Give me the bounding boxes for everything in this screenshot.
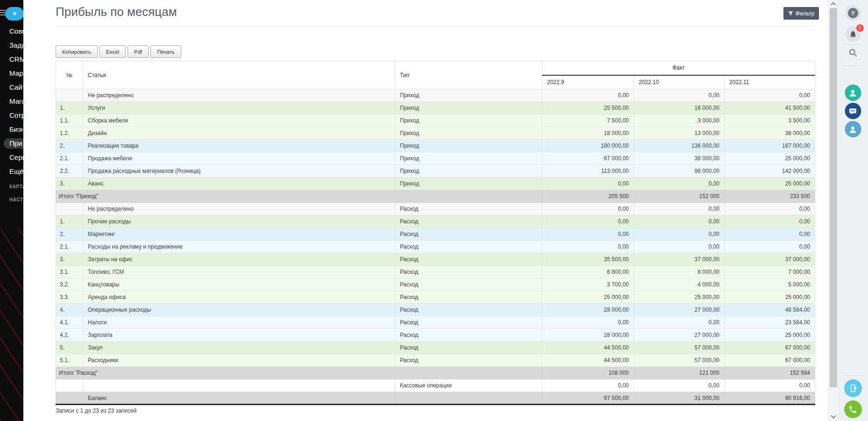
cell-value-month-0: 0,00 xyxy=(542,89,634,102)
total-label: Итого "Расход" xyxy=(56,367,542,379)
right-icon-panel: ? 1 xyxy=(838,0,868,421)
cell-value-month-0: 0,00 xyxy=(542,379,634,392)
sidebar-item-8[interactable]: При xyxy=(4,138,23,149)
table-row: 3.1.Топливо, ГСМРасход6 800,008 000,007 … xyxy=(56,266,815,278)
col-header-type[interactable]: Тип xyxy=(395,61,542,89)
cell-num xyxy=(56,392,83,405)
sidebar-item-10[interactable]: Ещё xyxy=(0,166,23,177)
cell-value-month-2: 152 584 xyxy=(725,367,815,379)
table-row: 4.Операционные расходыРасход28 000,0027 … xyxy=(56,304,815,316)
cell-value-month-0: 28 000,00 xyxy=(542,329,634,342)
help-button[interactable]: ? xyxy=(845,5,861,21)
main-content: Прибыль по месяцам Фильтр КопироватьExce… xyxy=(23,0,828,421)
user-avatar-blue[interactable] xyxy=(845,121,861,137)
cell-value-month-1: 8 000,00 xyxy=(634,266,725,278)
mobile-icon xyxy=(849,384,857,392)
sidebar-section-label-0[interactable]: КАРТА xyxy=(0,183,23,191)
export-button-pdf[interactable]: Pdf xyxy=(128,45,149,58)
cell-num xyxy=(56,379,83,392)
cell-article: Баланс xyxy=(83,392,395,405)
cell-value-month-0: 6 800,00 xyxy=(542,266,634,278)
cell-article: Аренда офиса xyxy=(83,291,395,304)
scroll-down-icon[interactable] xyxy=(831,413,836,418)
export-button-excel[interactable]: Excel xyxy=(100,45,126,58)
sidebar-item-1[interactable]: Зада xyxy=(0,40,23,50)
col-header-month-1[interactable]: 2022.10 xyxy=(634,75,725,89)
col-header-month-2[interactable]: 2022.11 xyxy=(725,75,815,89)
cell-value-month-0: 113 000,00 xyxy=(542,165,634,178)
sidebar-item-0[interactable]: Совм xyxy=(0,26,23,36)
cell-type: Расход xyxy=(395,354,542,367)
table-row: 1.Прочие расходыРасход0,000,000,00 xyxy=(56,215,815,228)
export-button-печать[interactable]: Печать xyxy=(150,45,181,58)
cell-value-month-1: 38 000,00 xyxy=(634,152,725,165)
sidebar-section-label-1[interactable]: НАСТР xyxy=(0,196,23,204)
col-header-article[interactable]: Статья xyxy=(83,61,395,89)
cell-value-month-2: 67 000,00 xyxy=(725,342,815,354)
cell-value-month-2: 0,00 xyxy=(725,89,815,102)
menu-close-button[interactable]: × xyxy=(5,7,23,21)
mobile-app-button[interactable] xyxy=(844,379,862,397)
cell-value-month-0: 7 500,00 xyxy=(542,114,634,127)
cell-article: Канцтовары xyxy=(83,278,395,291)
page-title: Прибыль по месяцам xyxy=(56,5,177,19)
cell-num: 4.1. xyxy=(56,316,83,329)
cell-num: 1. xyxy=(56,102,83,114)
cell-article: Продажа мебели xyxy=(83,152,395,165)
cell-article: Услуги xyxy=(83,102,395,114)
cell-type: Приход xyxy=(395,140,542,152)
filter-button[interactable]: Фильтр xyxy=(783,7,819,20)
cell-value-month-2: 5 000,00 xyxy=(725,278,815,291)
sidebar-item-4[interactable]: Сайт xyxy=(0,82,23,93)
group-chat-icon xyxy=(848,107,858,116)
cell-num xyxy=(56,89,83,102)
vertical-scrollbar[interactable] xyxy=(828,0,838,421)
cell-value-month-1: 57 000,00 xyxy=(634,342,725,354)
left-sidebar: × СовмЗадаCRMМарСайтМагаСотрБизнПриСервЕ… xyxy=(0,0,23,421)
cell-value-month-1: 0,00 xyxy=(634,379,725,392)
cell-value-month-1: 0,00 xyxy=(634,241,725,253)
table-row: 2.МаркетингРасход0,000,000,00 xyxy=(56,228,815,241)
col-header-num[interactable]: № xyxy=(56,61,83,89)
table-row: Баланс97 500,0031 000,0080 916,00 xyxy=(56,392,815,405)
cell-value-month-0: 97 500,00 xyxy=(542,392,634,405)
call-button[interactable] xyxy=(844,400,862,418)
sidebar-menu: СовмЗадаCRMМарСайтМагаСотрБизнПриСервЕщё xyxy=(0,26,23,180)
scroll-up-icon[interactable] xyxy=(831,2,836,7)
search-button[interactable] xyxy=(845,45,861,61)
cell-article: Дизайн xyxy=(83,127,395,140)
user-avatar-teal[interactable] xyxy=(845,85,861,101)
sidebar-item-7[interactable]: Бизн xyxy=(0,124,23,135)
cell-value-month-1: 13 000,00 xyxy=(634,127,725,140)
scrollbar-thumb[interactable] xyxy=(830,8,837,387)
app-root: × СовмЗадаCRMМарСайтМагаСотрБизнПриСервЕ… xyxy=(0,0,868,421)
table-row: 2.1.Расходы на рекламу и продвижениеРасх… xyxy=(56,241,815,253)
cell-value-month-1: 0,00 xyxy=(634,316,725,329)
sidebar-item-9[interactable]: Серв xyxy=(0,152,23,163)
cell-value-month-1: 0,00 xyxy=(634,228,725,241)
sidebar-item-5[interactable]: Мага xyxy=(0,96,23,107)
sidebar-item-2[interactable]: CRM xyxy=(0,54,23,64)
sidebar-item-3[interactable]: Мар xyxy=(0,68,23,78)
notifications-button[interactable]: 1 xyxy=(845,26,861,42)
title-divider xyxy=(56,26,815,27)
cell-num: 5. xyxy=(56,342,83,354)
cell-value-month-1: 121 000 xyxy=(634,367,725,379)
cell-article: Продажа расходных материалов (Розница) xyxy=(83,165,395,178)
cell-value-month-2: 3 500,00 xyxy=(725,114,815,127)
cell-type: Расход xyxy=(395,342,542,354)
cell-value-month-1: 25 000,00 xyxy=(634,291,725,304)
cell-num: 3. xyxy=(56,253,83,266)
export-button-копировать[interactable]: Копировать xyxy=(56,45,98,58)
group-chat-button[interactable] xyxy=(845,103,861,119)
col-header-month-0[interactable]: 2022.9 xyxy=(542,75,634,89)
total-row: Итого "Приход"205 500152 000233 500 xyxy=(56,190,815,203)
cell-num: 4. xyxy=(56,304,83,316)
cell-type: Приход xyxy=(395,178,542,190)
cell-value-month-1: 3 000,00 xyxy=(634,114,725,127)
cell-num: 2. xyxy=(56,140,83,152)
cell-value-month-0: 35 500,00 xyxy=(542,253,634,266)
sidebar-item-6[interactable]: Сотр xyxy=(0,110,23,121)
cell-value-month-1: 16 000,00 xyxy=(634,102,725,114)
cell-article: Не распределено xyxy=(83,203,395,215)
